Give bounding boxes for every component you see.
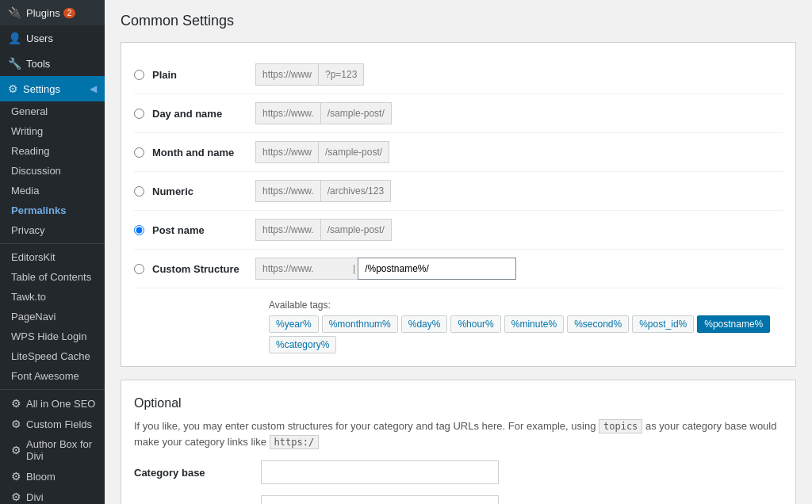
label-post-name[interactable]: Post name	[152, 224, 255, 236]
category-base-input[interactable]	[261, 460, 499, 484]
sidebar: 🔌 Plugins 2 👤 Users 🔧 Tools ⚙ Settings ◀…	[0, 0, 105, 504]
optional-section: Optional If you like, you may enter cust…	[121, 380, 796, 504]
url-base-numeric: https://www.	[255, 180, 320, 202]
category-base-label: Category base	[134, 467, 261, 479]
users-icon: 👤	[8, 32, 21, 44]
sidebar-sub-reading[interactable]: Reading	[0, 141, 105, 161]
optional-description: If you like, you may enter custom struct…	[134, 418, 783, 449]
tag-day[interactable]: %day%	[401, 315, 448, 333]
tag-monthnum[interactable]: %monthnum%	[322, 315, 398, 333]
sidebar-item-tools[interactable]: 🔧 Tools	[0, 51, 105, 76]
main-content: Common Settings Plain https://www ?p=123…	[105, 0, 812, 504]
url-preview-day-name: https://www. /sample-post/	[255, 102, 392, 124]
available-tags-label: Available tags:	[269, 300, 783, 311]
sidebar-item-plugins[interactable]: 🔌 Plugins 2	[0, 0, 105, 25]
permalink-numeric: Numeric https://www. /archives/123	[134, 172, 783, 211]
url-preview-numeric: https://www. /archives/123	[255, 180, 391, 202]
code-example: topics	[599, 419, 642, 433]
sidebar-sub-general[interactable]: General	[0, 101, 105, 121]
sidebar-bottom-customfields[interactable]: ⚙ Custom Fields	[0, 414, 105, 434]
label-month-name[interactable]: Month and name	[152, 147, 255, 158]
sidebar-plugin-litespeed[interactable]: LiteSpeed Cache	[0, 346, 105, 366]
permalink-plain: Plain https://www ?p=123	[134, 55, 783, 94]
sidebar-bottom-items: ⚙ All in One SEO ⚙ Custom Fields ⚙ Autho…	[0, 393, 105, 504]
custom-structure-url: https://www. |	[255, 258, 516, 280]
label-custom[interactable]: Custom Structure	[152, 263, 255, 275]
sidebar-top-items: 🔌 Plugins 2 👤 Users 🔧 Tools ⚙ Settings ◀	[0, 0, 105, 101]
sidebar-label-tools: Tools	[26, 58, 50, 70]
sidebar-plugin-items: EditorsKit Table of Contents Tawk.to Pag…	[0, 247, 105, 386]
tag-base-row: Tag base	[134, 495, 783, 504]
settings-arrow: ◀	[90, 83, 97, 94]
custom-divider: |	[350, 258, 358, 280]
permalink-day-name: Day and name https://www. /sample-post/	[134, 94, 783, 133]
url-base-day-name: https://www.	[255, 102, 320, 124]
sidebar-plugin-tawkto[interactable]: Tawk.to	[0, 287, 105, 307]
radio-custom[interactable]	[134, 264, 144, 274]
label-numeric[interactable]: Numeric	[152, 185, 255, 197]
permalink-month-name: Month and name https://www /sample-post/	[134, 133, 783, 172]
sidebar-bottom-bloom-label: Bloom	[26, 471, 56, 483]
url-preview-plain: https://www ?p=123	[255, 63, 364, 86]
custom-url-base: https://www.	[255, 258, 350, 280]
sidebar-plugin-toc[interactable]: Table of Contents	[0, 267, 105, 287]
sidebar-sub-privacy[interactable]: Privacy	[0, 220, 105, 240]
sidebar-plugin-fontawesome[interactable]: Font Awesome	[0, 366, 105, 386]
sidebar-sub-permalinks[interactable]: Permalinks	[0, 200, 105, 220]
url-base-month-name: https://www	[255, 141, 318, 163]
customfields-icon: ⚙	[11, 418, 21, 430]
sidebar-plugin-editorskit[interactable]: EditorsKit	[0, 247, 105, 267]
tag-hour[interactable]: %hour%	[450, 315, 500, 333]
sidebar-bottom-authorbox-label: Author Box for Divi	[26, 438, 97, 462]
tag-base-input[interactable]	[261, 495, 499, 504]
allinone-icon: ⚙	[11, 397, 21, 410]
sidebar-item-users[interactable]: 👤 Users	[0, 25, 105, 51]
tag-second[interactable]: %second%	[567, 315, 629, 333]
radio-day-name[interactable]	[134, 109, 144, 119]
sidebar-label-plugins: Plugins	[26, 7, 60, 19]
sidebar-item-settings[interactable]: ⚙ Settings ◀	[0, 76, 105, 101]
sidebar-bottom-authorbox[interactable]: ⚙ Author Box for Divi	[0, 434, 105, 466]
radio-plain[interactable]	[134, 70, 144, 80]
available-tags-section: Available tags: %year% %monthnum% %day% …	[134, 288, 783, 353]
radio-month-name[interactable]	[134, 147, 144, 158]
tag-year[interactable]: %year%	[269, 315, 319, 333]
sidebar-sub-media[interactable]: Media	[0, 181, 105, 200]
sidebar-bottom-divi[interactable]: ⚙ Divi	[0, 487, 105, 504]
permalink-settings-section: Plain https://www ?p=123 Day and name ht…	[121, 42, 796, 367]
tag-minute[interactable]: %minute%	[504, 315, 564, 333]
sidebar-bottom-customfields-label: Custom Fields	[26, 418, 92, 430]
url-suffix-month-name: /sample-post/	[318, 141, 389, 163]
url-preview-post-name: https://www. /sample-post/	[255, 219, 392, 241]
sidebar-plugin-wps[interactable]: WPS Hide Login	[0, 326, 105, 346]
plugins-badge: 2	[63, 8, 76, 18]
permalink-custom: Custom Structure https://www. |	[134, 250, 783, 288]
sidebar-bottom-bloom[interactable]: ⚙ Bloom	[0, 466, 105, 487]
url-suffix-post-name: /sample-post/	[320, 219, 392, 241]
permalink-post-name: Post name https://www. /sample-post/	[134, 211, 783, 250]
sidebar-sub-writing[interactable]: Writing	[0, 121, 105, 141]
radio-numeric[interactable]	[134, 186, 144, 197]
sidebar-bottom-allinone[interactable]: ⚙ All in One SEO	[0, 393, 105, 414]
custom-structure-input[interactable]	[358, 258, 516, 280]
tag-base-label: Tag base	[134, 502, 261, 505]
category-base-row: Category base	[134, 460, 783, 484]
tag-post-id[interactable]: %post_id%	[632, 315, 694, 333]
sidebar-sub-items: General Writing Reading Discussion Media…	[0, 101, 105, 240]
settings-icon: ⚙	[8, 82, 18, 95]
sidebar-bottom-divi-label: Divi	[26, 491, 44, 503]
url-suffix-numeric: /archives/123	[320, 180, 391, 202]
url-base-post-name: https://www.	[255, 219, 320, 241]
radio-post-name[interactable]	[134, 225, 144, 235]
sidebar-sub-discussion[interactable]: Discussion	[0, 161, 105, 181]
authorbox-icon: ⚙	[11, 444, 21, 456]
optional-title: Optional	[134, 396, 783, 410]
tag-category[interactable]: %category%	[269, 336, 336, 353]
sidebar-plugin-pagenavi[interactable]: PageNavi	[0, 307, 105, 326]
tag-postname[interactable]: %postname%	[697, 315, 770, 333]
url-suffix-plain: ?p=123	[318, 63, 364, 86]
label-plain[interactable]: Plain	[152, 69, 255, 81]
tools-icon: 🔧	[8, 57, 21, 70]
label-day-name[interactable]: Day and name	[152, 108, 255, 120]
plugins-icon: 🔌	[8, 6, 21, 19]
